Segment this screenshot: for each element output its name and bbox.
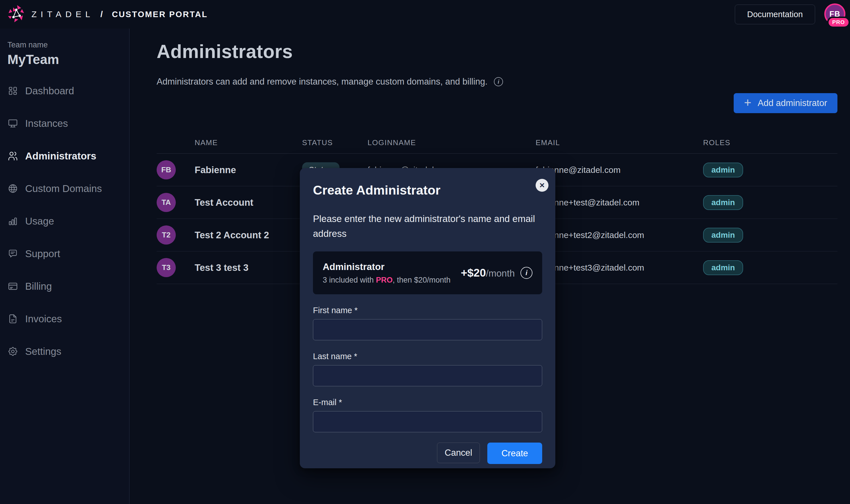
row-avatar: T2 xyxy=(157,226,176,245)
plan-price: +$20/month xyxy=(461,267,515,279)
sidebar-item-usage[interactable]: Usage xyxy=(7,205,129,237)
sidebar-item-label: Instances xyxy=(25,118,68,129)
row-avatar: TA xyxy=(157,193,176,212)
add-administrator-button[interactable]: + Add administrator xyxy=(734,93,837,113)
sidebar-item-label: Administrators xyxy=(25,150,96,162)
row-email: fabienne+test2@zitadel.com xyxy=(536,230,703,240)
billing-card-icon xyxy=(7,281,18,292)
row-name: Fabienne xyxy=(195,165,302,176)
brand-name: ZITADEL xyxy=(32,10,94,19)
row-avatar: T3 xyxy=(157,258,176,277)
app-title: CUSTOMER PORTAL xyxy=(112,10,208,19)
sidebar-item-label: Settings xyxy=(25,346,61,357)
plan-price-amount: +$20 xyxy=(461,267,486,279)
sidebar-item-label: Billing xyxy=(25,281,52,292)
page-description: Administrators can add and remove instan… xyxy=(157,76,488,87)
sidebar-item-settings[interactable]: Settings xyxy=(7,335,129,368)
row-avatar: FB xyxy=(157,160,176,179)
row-name: Test 3 test 3 xyxy=(195,262,302,273)
administrators-icon xyxy=(7,150,18,161)
role-badge: admin xyxy=(703,260,743,275)
plan-price-period: /month xyxy=(486,268,515,278)
page-title: Administrators xyxy=(157,40,837,62)
row-email: fabienne+test3@zitadel.com xyxy=(536,263,703,273)
add-administrator-label: Add administrator xyxy=(758,98,827,108)
dashboard-icon xyxy=(7,86,18,96)
sidebar-item-label: Custom Domains xyxy=(25,183,102,194)
sidebar-item-administrators[interactable]: Administrators xyxy=(7,140,129,172)
row-name: Test 2 Account 2 xyxy=(195,230,302,240)
table-header-row: NAME STATUS LOGINNAME EMAIL ROLES xyxy=(157,132,837,154)
globe-icon xyxy=(7,183,18,194)
sidebar-item-billing[interactable]: Billing xyxy=(7,270,129,303)
plan-included-suffix: , then $20/month xyxy=(393,276,451,284)
support-chat-icon xyxy=(7,248,18,259)
first-name-label: First name * xyxy=(313,306,542,315)
header-name: NAME xyxy=(195,138,302,147)
email-label: E-mail * xyxy=(313,398,542,407)
role-badge: admin xyxy=(703,195,743,210)
price-info-icon[interactable]: i xyxy=(520,267,532,279)
pro-badge: PRO xyxy=(827,17,850,28)
header-email: EMAIL xyxy=(536,138,703,147)
header-status: STATUS xyxy=(302,138,368,147)
close-icon[interactable]: ✕ xyxy=(536,179,548,192)
cancel-button[interactable]: Cancel xyxy=(437,443,480,463)
plan-pro-label: PRO xyxy=(376,276,393,284)
plan-included-text: 3 included with PRO, then $20/month xyxy=(323,276,450,285)
row-email: fabienne@zitadel.com xyxy=(536,165,703,175)
settings-gear-icon xyxy=(7,346,18,357)
sidebar-item-label: Invoices xyxy=(25,313,62,325)
sidebar: Team name MyTeam Dashboard Instances xyxy=(0,29,129,504)
documentation-button[interactable]: Documentation xyxy=(735,4,815,24)
sidebar-item-label: Usage xyxy=(25,215,54,227)
team-name: MyTeam xyxy=(7,52,129,67)
plan-name: Administrator xyxy=(323,262,450,272)
brand-separator: / xyxy=(100,10,103,19)
create-button[interactable]: Create xyxy=(487,443,542,464)
sidebar-item-support[interactable]: Support xyxy=(7,237,129,270)
info-icon[interactable]: i xyxy=(494,77,503,86)
header-loginname: LOGINNAME xyxy=(368,138,536,147)
invoices-file-icon xyxy=(7,313,18,324)
plus-icon: + xyxy=(744,96,751,109)
sidebar-item-custom-domains[interactable]: Custom Domains xyxy=(7,172,129,205)
header-roles: ROLES xyxy=(703,138,837,147)
usage-chart-icon xyxy=(7,216,18,227)
sidebar-item-label: Dashboard xyxy=(25,85,74,96)
create-administrator-dialog: ✕ Create Administrator Please enter the … xyxy=(300,168,555,468)
sidebar-item-instances[interactable]: Instances xyxy=(7,107,129,140)
user-avatar[interactable]: FB PRO xyxy=(824,3,846,25)
sidebar-item-dashboard[interactable]: Dashboard xyxy=(7,75,129,107)
last-name-field[interactable] xyxy=(313,365,542,386)
email-field[interactable] xyxy=(313,411,542,432)
dialog-title: Create Administrator xyxy=(313,183,542,198)
last-name-label: Last name * xyxy=(313,352,542,361)
instances-icon xyxy=(7,118,18,129)
plan-included-prefix: 3 included with xyxy=(323,276,376,284)
topbar: ZITADEL / CUSTOMER PORTAL Documentation … xyxy=(0,0,850,29)
team-name-label: Team name xyxy=(7,40,129,50)
zitadel-home-link[interactable]: ZITADEL / CUSTOMER PORTAL xyxy=(7,4,208,24)
sidebar-item-invoices[interactable]: Invoices xyxy=(7,303,129,335)
first-name-field[interactable] xyxy=(313,319,542,340)
role-badge: admin xyxy=(703,228,743,242)
zitadel-logo-icon xyxy=(7,4,25,24)
sidebar-item-label: Support xyxy=(25,248,60,259)
row-name: Test Account xyxy=(195,197,302,208)
plan-price-box: Administrator 3 included with PRO, then … xyxy=(313,251,542,294)
dialog-description: Please enter the new administrator's nam… xyxy=(313,212,536,241)
row-email: fabienne+test@zitadel.com xyxy=(536,198,703,208)
role-badge: admin xyxy=(703,163,743,177)
